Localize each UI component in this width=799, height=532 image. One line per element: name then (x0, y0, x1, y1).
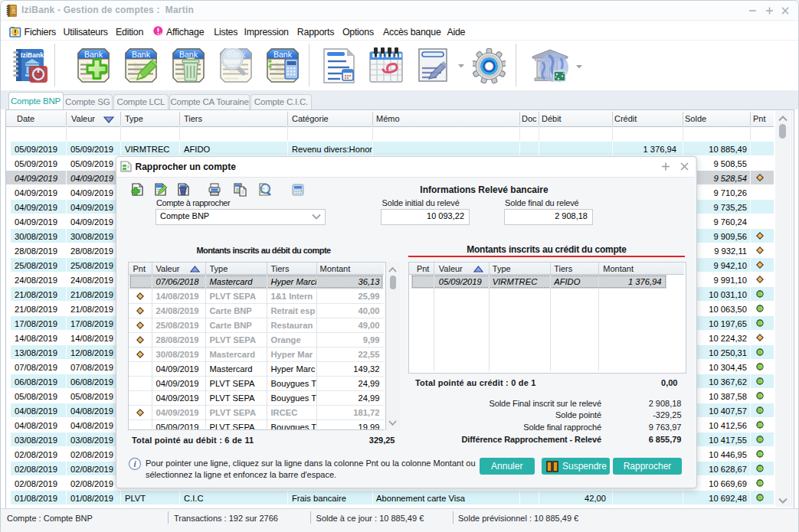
svg-text:Bank: Bank (273, 50, 293, 59)
svg-text:Bank: Bank (84, 50, 103, 59)
svg-text:IziBank: IziBank (21, 51, 44, 59)
svg-text:Bank: Bank (132, 50, 151, 59)
